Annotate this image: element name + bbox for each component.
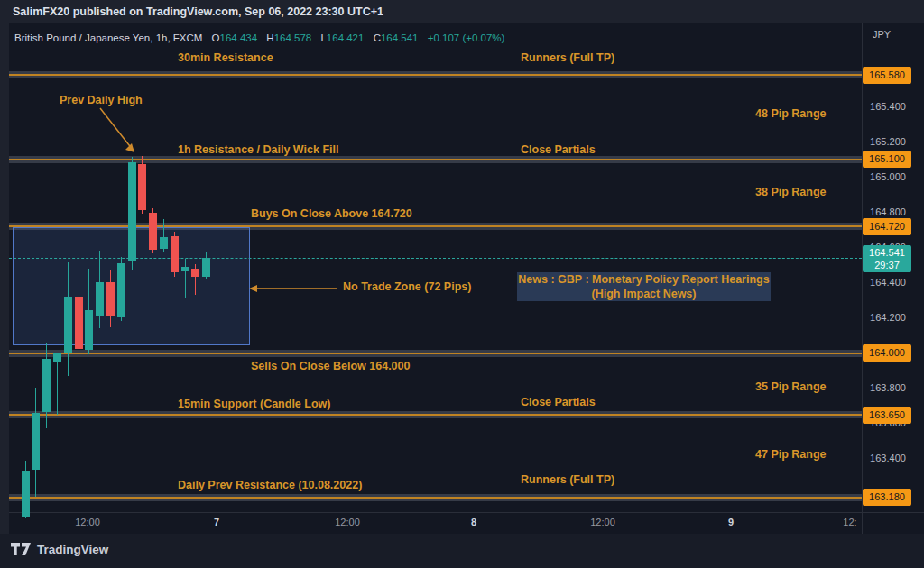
tradingview-logo-text: TradingView <box>37 543 108 556</box>
candle-body <box>117 263 125 317</box>
chart-annotation: 30min Resistance <box>178 51 273 64</box>
chart-annotation: Runners (Full TP) <box>521 473 614 486</box>
chart-annotation: Buys On Close Above 164.720 <box>251 207 412 220</box>
candle-body <box>42 359 51 412</box>
candle-body <box>181 267 189 271</box>
chart-annotation: Sells On Close Below 164.000 <box>251 360 410 372</box>
chart-annotation: 48 Pip Range <box>755 107 827 120</box>
key-level-line <box>9 350 862 357</box>
price-axis-label: 163.800 <box>864 382 912 393</box>
prev-daily-high-arrow <box>95 105 142 159</box>
candle-body <box>160 237 168 249</box>
key-level-line <box>9 411 862 418</box>
candle-body <box>138 164 146 210</box>
symbol-title: British Pound / Japanese Yen, 1h, FXCM <box>14 32 202 43</box>
chart-annotation: 38 Pip Range <box>755 186 827 198</box>
current-price-line <box>9 258 862 259</box>
ohlc-high: H164.578 <box>266 32 311 43</box>
chart-annotation: Runners (Full TP) <box>521 51 614 64</box>
price-axis-label: 164.200 <box>864 312 912 323</box>
time-axis-label: 12:00 <box>75 517 100 527</box>
chart-annotation: 47 Pip Range <box>755 448 827 461</box>
price-axis-separator <box>862 23 863 534</box>
price-axis-label: 164.800 <box>864 206 912 217</box>
tradingview-logo[interactable]: TradingView <box>11 543 108 556</box>
chart-annotation: Daily Prev Resistance (10.08.2022) <box>178 479 362 491</box>
candle-body <box>191 269 199 277</box>
candle-body <box>32 413 40 470</box>
price-axis-label: 163.400 <box>864 453 912 463</box>
news-callout: News : GBP : Monetary Policy Report Hear… <box>517 272 771 301</box>
time-axis-label: 7 <box>214 517 219 527</box>
time-axis-label: 8 <box>471 517 476 527</box>
key-level-line-core <box>9 74 862 76</box>
candle-body <box>128 162 136 261</box>
candle-body <box>53 353 61 362</box>
chart-annotation: 15min Support (Candle Low) <box>178 398 330 410</box>
price-axis-level-badge: 164.720 <box>863 218 911 235</box>
key-level-line-core <box>9 497 862 499</box>
price-axis-level-badge: 163.180 <box>863 489 911 506</box>
price-axis-label: 165.200 <box>864 136 912 147</box>
time-axis-label: 12: <box>843 517 856 527</box>
news-line-1: News : GBP : Monetary Policy Report Hear… <box>517 273 771 288</box>
no-trade-zone-arrow <box>247 282 339 295</box>
price-axis-level-badge: 163.650 <box>863 407 911 424</box>
candle-body <box>64 297 72 353</box>
ohlc-low: L164.421 <box>320 32 364 43</box>
chart-annotation: No Trade Zone (72 Pips) <box>343 280 471 293</box>
price-change: +0.107 (+0.07%) <box>428 32 505 43</box>
price-axis-level-badge: 165.100 <box>863 151 911 168</box>
publish-info-bar: SalimFX20 published on TradingView.com, … <box>0 0 924 23</box>
tradingview-snapshot: SalimFX20 published on TradingView.com, … <box>0 0 924 568</box>
candle-body <box>22 471 30 517</box>
publish-info-text: SalimFX20 published on TradingView.com, … <box>13 5 383 18</box>
key-level-line-core <box>9 414 862 416</box>
footer-bar: TradingView <box>0 534 924 568</box>
chart-annotation: 1h Resistance / Daily Wick Fill <box>178 143 338 156</box>
current-price-badge: 164.541 29:37 <box>863 245 911 272</box>
candle-body <box>202 258 210 277</box>
price-axis-level-badge: 164.000 <box>863 344 911 362</box>
price-axis-level-badge: 165.580 <box>863 67 911 84</box>
price-axis-label: 165.400 <box>864 101 912 112</box>
time-axis-label: 12:00 <box>335 517 360 527</box>
tradingview-logo-icon <box>11 543 31 556</box>
key-level-line <box>9 494 862 501</box>
time-axis-label: 12:00 <box>590 517 615 527</box>
price-axis-label: 164.400 <box>864 277 912 288</box>
ohlc-close: C164.541 <box>374 32 419 43</box>
time-axis-separator <box>9 512 924 513</box>
candle-body <box>75 297 83 349</box>
ohlc-open: O164.434 <box>212 32 258 43</box>
bar-countdown: 29:37 <box>863 259 911 271</box>
key-level-line-core <box>9 353 862 354</box>
symbol-legend[interactable]: British Pound / Japanese Yen, 1h, FXCM O… <box>14 32 504 43</box>
candle-body <box>149 213 157 250</box>
chart-annotation: Close Partials <box>521 143 596 156</box>
candle-body <box>96 282 104 316</box>
candle-body <box>85 310 93 350</box>
candle-wick <box>185 259 186 298</box>
key-level-line-core <box>9 159 862 160</box>
current-price-value: 164.541 <box>863 246 911 259</box>
chart-annotation: 35 Pip Range <box>755 380 827 393</box>
candle-body <box>106 282 115 316</box>
candle-body <box>171 236 179 272</box>
time-axis-label: 9 <box>728 517 734 527</box>
key-level-line <box>9 71 862 78</box>
price-axis-currency: JPY <box>873 29 891 40</box>
price-axis-label: 165.000 <box>864 171 912 182</box>
chart-annotation: Close Partials <box>521 396 596 408</box>
news-line-2: (High Impact News) <box>517 288 771 302</box>
